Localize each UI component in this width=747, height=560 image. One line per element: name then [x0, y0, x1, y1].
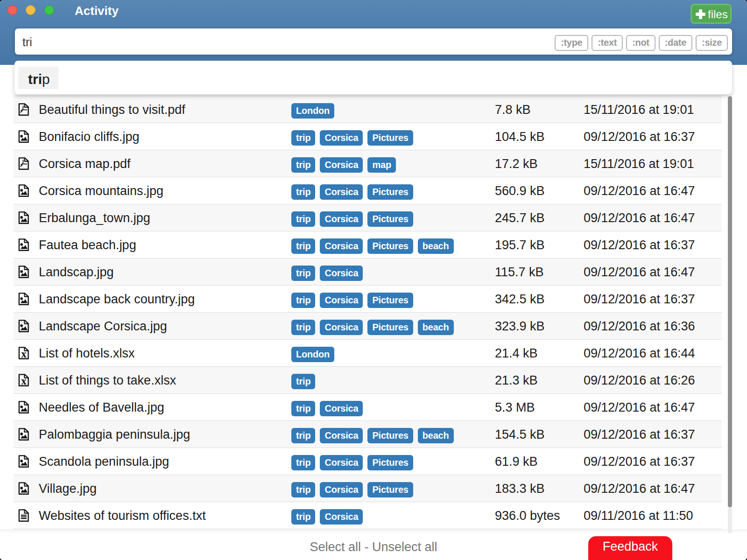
- svg-text:x: x: [21, 375, 27, 387]
- svg-text:x: x: [21, 348, 27, 360]
